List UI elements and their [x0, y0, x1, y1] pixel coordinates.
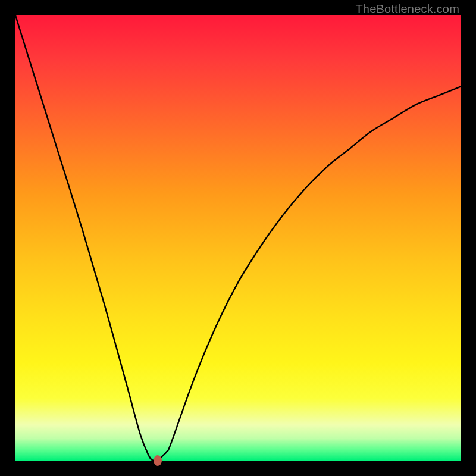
bottleneck-curve [15, 15, 461, 461]
minimum-marker-dot [154, 455, 162, 466]
bottleneck-curve-path [15, 15, 461, 461]
watermark-text: TheBottleneck.com [355, 2, 459, 16]
chart-plot-area [15, 15, 461, 461]
chart-frame: TheBottleneck.com [0, 0, 476, 476]
